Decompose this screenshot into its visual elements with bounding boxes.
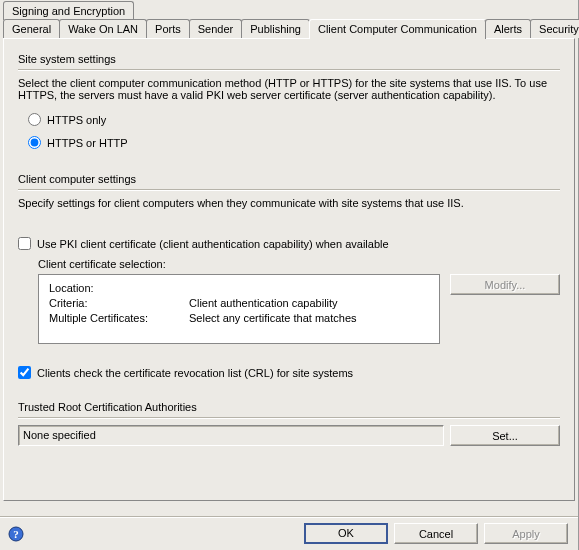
client-cert-selection-box: Location: Criteria: Client authenticatio… [38, 274, 440, 344]
client-cert-selection-group: Client certificate selection: Location: … [38, 258, 560, 344]
crl-checkbox-label: Clients check the certificate revocation… [37, 367, 353, 379]
tab-publishing[interactable]: Publishing [241, 19, 310, 38]
client-cert-selection-title: Client certificate selection: [38, 258, 560, 270]
tab-wake-on-lan[interactable]: Wake On LAN [59, 19, 147, 38]
tab-signing-and-encryption[interactable]: Signing and Encryption [3, 1, 134, 20]
radio-https-or-http-label: HTTPS or HTTP [47, 137, 128, 149]
tab-sender[interactable]: Sender [189, 19, 242, 38]
trusted-root-title: Trusted Root Certification Authorities [18, 401, 560, 413]
tab-general[interactable]: General [3, 19, 60, 38]
communication-method-radios: HTTPS only HTTPS or HTTP [28, 113, 560, 149]
tab-strip: Signing and Encryption General Wake On L… [0, 0, 578, 38]
cert-multiple-value: Select any certificate that matches [189, 311, 357, 326]
set-button[interactable]: Set... [450, 425, 560, 446]
radio-https-only-input[interactable] [28, 113, 41, 126]
tab-client-computer-communication[interactable]: Client Computer Communication [309, 19, 486, 39]
divider [18, 69, 560, 71]
apply-button[interactable]: Apply [484, 523, 568, 544]
trusted-root-value: None specified [18, 425, 444, 446]
cert-multiple-key: Multiple Certificates: [49, 311, 189, 326]
ok-button[interactable]: OK [304, 523, 388, 544]
use-pki-checkbox-label: Use PKI client certificate (client authe… [37, 238, 389, 250]
crl-checkbox-input[interactable] [18, 366, 31, 379]
divider [18, 417, 560, 419]
client-computer-settings-title: Client computer settings [18, 173, 560, 185]
use-pki-checkbox[interactable]: Use PKI client certificate (client authe… [18, 237, 560, 250]
radio-https-only-label: HTTPS only [47, 114, 106, 126]
cert-location-key: Location: [49, 281, 189, 296]
svg-text:?: ? [13, 528, 19, 540]
tab-panel: Site system settings Select the client c… [3, 38, 575, 501]
use-pki-checkbox-input[interactable] [18, 237, 31, 250]
client-computer-settings-desc: Specify settings for client computers wh… [18, 197, 560, 209]
dialog-footer: ? OK Cancel Apply [0, 516, 578, 550]
tab-alerts[interactable]: Alerts [485, 19, 531, 38]
radio-https-or-http-input[interactable] [28, 136, 41, 149]
site-system-settings-desc: Select the client computer communication… [18, 77, 560, 101]
help-icon[interactable]: ? [8, 526, 24, 542]
crl-checkbox[interactable]: Clients check the certificate revocation… [18, 366, 560, 379]
divider [18, 189, 560, 191]
cancel-button[interactable]: Cancel [394, 523, 478, 544]
radio-https-or-http[interactable]: HTTPS or HTTP [28, 136, 560, 149]
radio-https-only[interactable]: HTTPS only [28, 113, 560, 126]
cert-criteria-value: Client authentication capability [189, 296, 338, 311]
tab-ports[interactable]: Ports [146, 19, 190, 38]
modify-button[interactable]: Modify... [450, 274, 560, 295]
site-system-settings-title: Site system settings [18, 53, 560, 65]
tab-security[interactable]: Security [530, 19, 579, 38]
cert-criteria-key: Criteria: [49, 296, 189, 311]
